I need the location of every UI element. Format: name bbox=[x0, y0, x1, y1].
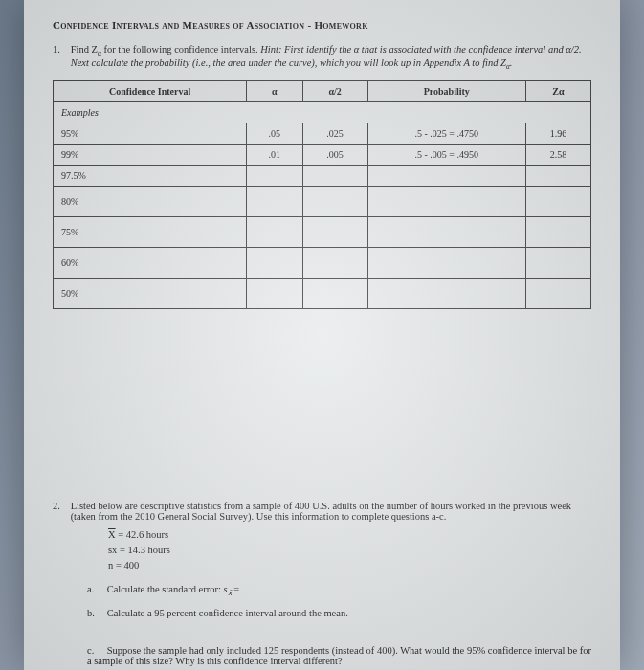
table-row: 99% .01 .005 .5 - .005 = .4950 2.58 bbox=[54, 145, 591, 166]
table-row: 75% bbox=[54, 217, 591, 248]
q2b: b. Calculate a 95 percent confidence int… bbox=[87, 608, 591, 618]
table-row: 95% .05 .025 .5 - .025 = .4750 1.96 bbox=[54, 123, 591, 145]
stat-sx: sx = 14.3 hours bbox=[108, 543, 591, 558]
th-z: Zα bbox=[525, 81, 590, 102]
stat-xbar: X = 42.6 hours bbox=[108, 527, 591, 543]
table-row: 97.5% bbox=[54, 166, 591, 187]
th-alpha: α bbox=[247, 81, 302, 102]
homework-page: Confidence Intervals and Measures of Ass… bbox=[24, 0, 620, 670]
q2a: a. Calculate the standard error: sx̄ = bbox=[87, 584, 591, 597]
question-1: 1. Find Zα for the following confidence … bbox=[53, 44, 591, 309]
q1-text: Find Zα for the following confidence int… bbox=[71, 44, 588, 71]
examples-row: Examples bbox=[54, 102, 591, 123]
page-title: Confidence Intervals and Measures of Ass… bbox=[53, 19, 591, 31]
q2c: c. Suppose the sample had only included … bbox=[87, 645, 591, 666]
confidence-table: Confidence Interval α α/2 Probability Zα… bbox=[53, 80, 591, 309]
table-row: 80% bbox=[54, 187, 591, 217]
q1-lead2: for the following confidence intervals. bbox=[101, 44, 261, 55]
table-row: 50% bbox=[54, 279, 591, 309]
th-alpha2: α/2 bbox=[302, 81, 367, 102]
table-row: 60% bbox=[54, 248, 591, 279]
q2-stats: X = 42.6 hours sx = 14.3 hours n = 400 bbox=[70, 527, 591, 572]
q2-number: 2. bbox=[53, 501, 68, 511]
question-2: 2. Listed below are descriptive statisti… bbox=[53, 501, 591, 665]
th-prob: Probability bbox=[367, 81, 525, 102]
stat-n: n = 400 bbox=[108, 558, 591, 573]
q1-lead: Find Z bbox=[71, 44, 98, 55]
th-ci: Confidence Interval bbox=[54, 81, 247, 102]
q2-text: Listed below are descriptive statistics … bbox=[71, 501, 588, 522]
examples-label: Examples bbox=[54, 102, 591, 123]
q1-number: 1. bbox=[53, 44, 68, 55]
table-header-row: Confidence Interval α α/2 Probability Zα bbox=[54, 81, 591, 102]
blank-line bbox=[245, 592, 322, 592]
